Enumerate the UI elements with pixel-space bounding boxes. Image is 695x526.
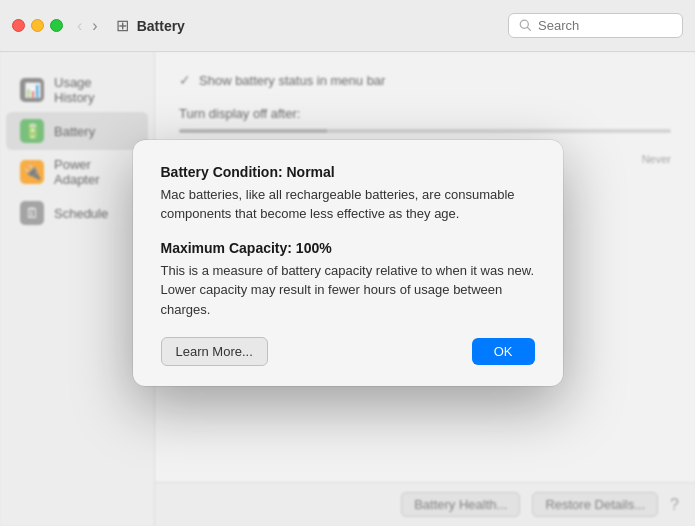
learn-more-button[interactable]: Learn More...	[161, 337, 268, 366]
modal-buttons: Learn More... OK	[161, 337, 535, 366]
battery-condition-text: Mac batteries, like all rechargeable bat…	[161, 185, 535, 224]
battery-condition-modal: Battery Condition: Normal Mac batteries,…	[133, 140, 563, 387]
ok-button[interactable]: OK	[472, 338, 535, 365]
battery-condition-title: Battery Condition: Normal	[161, 164, 535, 180]
modal-overlay: Battery Condition: Normal Mac batteries,…	[0, 0, 695, 526]
maximum-capacity-title: Maximum Capacity: 100%	[161, 240, 535, 256]
maximum-capacity-text: This is a measure of battery capacity re…	[161, 261, 535, 320]
